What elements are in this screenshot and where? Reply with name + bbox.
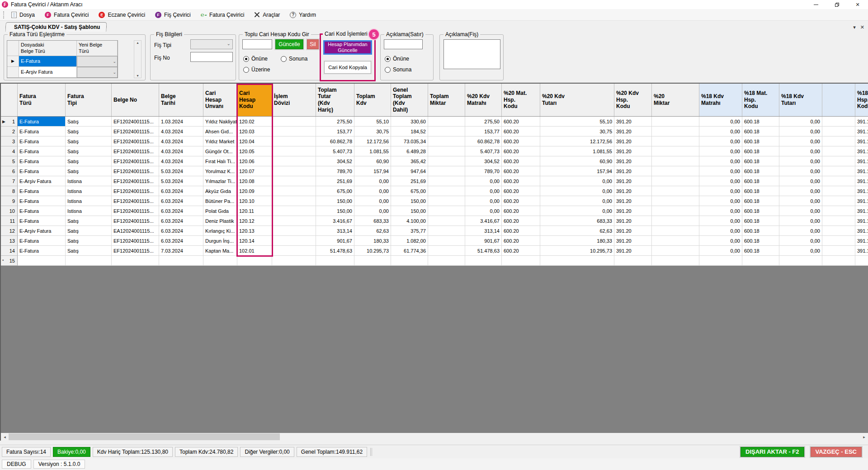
cell-cari-hesap-kodu[interactable]: 120.11 <box>237 206 272 216</box>
cell-fatura-turu[interactable]: E-Fatura <box>18 206 66 216</box>
cell-belge-tarihi[interactable]: 5.03.2024 <box>159 176 203 186</box>
cell-miktar20[interactable] <box>652 206 699 216</box>
column-header-mat18-hsp-kodu[interactable]: %18 Mat. Hsp. Kodu <box>742 84 779 116</box>
cell-spacer-18[interactable] <box>822 146 855 156</box>
cell-mat18-hsp-kodu[interactable]: 600.18 <box>742 186 779 196</box>
cell-kdv20-matrahi[interactable]: 275,50 <box>465 117 502 127</box>
cell-genel-toplam-kdv-dahil[interactable]: 6.489,28 <box>391 146 428 156</box>
cell-toplam-miktar[interactable] <box>428 117 465 127</box>
column-header-genel-toplam-kdv-dahil[interactable]: Genel Toplam (Kdv Dahil) <box>391 84 428 116</box>
cell-spacer-18[interactable] <box>822 236 855 246</box>
cell-belge-tarihi[interactable]: 6.03.2024 <box>159 196 203 206</box>
cell-kdv18-hsp-kodu[interactable]: 391.18 <box>855 226 868 236</box>
scroll-up-icon[interactable]: ▴ <box>137 41 138 45</box>
cell-genel-toplam-kdv-dahil[interactable] <box>391 256 428 266</box>
cell-cari-hesap-unvani[interactable]: Yıldız Market <box>203 136 237 146</box>
cell-belge-no[interactable]: EF12024001115... <box>112 206 159 216</box>
close-button[interactable]: ✕ <box>847 0 868 9</box>
cell-kdv20-tutari[interactable]: 180,33 <box>540 236 614 246</box>
row-header-8[interactable]: 8 <box>1 186 18 196</box>
row-header-3[interactable]: 3 <box>1 136 18 146</box>
menu-fis-cevirici[interactable]: F Fiş Çevirici <box>150 9 196 20</box>
cell-belge-no[interactable]: EF12024001115... <box>112 156 159 166</box>
cell-toplam-tutar-kdv-haric[interactable]: 150,00 <box>316 196 354 206</box>
cell-cari-hesap-unvani[interactable]: Akyüz Gıda <box>203 186 237 196</box>
row-header-4[interactable]: 4 <box>1 146 18 156</box>
cell-cari-hesap-kodu[interactable] <box>237 256 272 266</box>
cell-cari-hesap-unvani[interactable]: Ahsen Gıd... <box>203 127 237 136</box>
cell-miktar20[interactable] <box>652 176 699 186</box>
cell-kdv18-matrahi[interactable]: 0,00 <box>699 196 742 206</box>
cell-islem-dovizi[interactable] <box>272 206 316 216</box>
cell-genel-toplam-kdv-dahil[interactable]: 947,64 <box>391 166 428 176</box>
cell-kdv18-matrahi[interactable] <box>699 256 742 266</box>
cell-toplam-miktar[interactable] <box>428 156 465 166</box>
cell-kdv20-hsp-kodu[interactable]: 391.20 <box>614 166 652 176</box>
cell-kdv18-hsp-kodu[interactable]: 391.18 <box>855 196 868 206</box>
cell-cari-hesap-unvani[interactable]: Deniz Plastik <box>203 216 237 226</box>
aciklama-fis-textarea[interactable] <box>443 39 500 69</box>
cell-mat20-hsp-kodu[interactable]: 600.20 <box>502 127 540 136</box>
vazgec-button[interactable]: VAZGEÇ - ESC <box>811 447 862 457</box>
cell-kdv18-matrahi[interactable]: 0,00 <box>699 236 742 246</box>
cell-kdv20-hsp-kodu[interactable]: 391.20 <box>614 246 652 256</box>
column-header-toplam-tutar-kdv-haric[interactable]: Toplam Tutar (Kdv Hariç) <box>316 84 354 116</box>
row-header-6[interactable]: 6 <box>1 166 18 176</box>
cell-miktar20[interactable] <box>652 166 699 176</box>
column-header-kdv18-matrahi[interactable]: %18 Kdv Matrahı <box>699 84 742 116</box>
cell-fatura-turu[interactable] <box>18 256 66 266</box>
cell-kdv18-tutari[interactable]: 0,00 <box>779 166 822 176</box>
cell-cari-hesap-kodu[interactable]: 120.08 <box>237 176 272 186</box>
mini-cell-earsiv[interactable]: E-Arşiv Fatura <box>19 67 77 78</box>
cell-kdv18-matrahi[interactable]: 0,00 <box>699 156 742 166</box>
cell-belge-tarihi[interactable]: 1.03.2024 <box>159 117 203 127</box>
cell-belge-tarihi[interactable]: 6.03.2024 <box>159 186 203 196</box>
row-header-14[interactable]: 14 <box>1 246 18 256</box>
cell-kdv20-matrahi[interactable]: 60.862,78 <box>465 136 502 146</box>
cell-fatura-tipi[interactable]: Satış <box>66 117 112 127</box>
tab-close-icon[interactable]: ✕ <box>860 24 864 30</box>
cell-spacer-18[interactable] <box>822 246 855 256</box>
cell-kdv20-hsp-kodu[interactable] <box>614 256 652 266</box>
radio-satir-sonuna[interactable]: Sonuna <box>385 66 411 73</box>
toplu-cari-kod-input[interactable] <box>242 39 272 49</box>
cell-cari-hesap-unvani[interactable]: Polat Gıda <box>203 206 237 216</box>
cell-cari-hesap-kodu[interactable]: 120.02 <box>237 117 272 127</box>
cell-toplam-miktar[interactable] <box>428 256 465 266</box>
cell-toplam-kdv[interactable]: 180,33 <box>354 236 391 246</box>
cell-spacer-18[interactable] <box>822 166 855 176</box>
cell-kdv18-tutari[interactable]: 0,00 <box>779 226 822 236</box>
cell-kdv20-matrahi[interactable]: 51.478,63 <box>465 246 502 256</box>
column-header-fatura-turu[interactable]: Fatura Türü <box>18 84 66 116</box>
cell-kdv18-tutari[interactable]: 0,00 <box>779 196 822 206</box>
cell-belge-no[interactable]: EF12024001115... <box>112 166 159 176</box>
cell-kdv20-matrahi[interactable]: 0,00 <box>465 176 502 186</box>
cell-mat20-hsp-kodu[interactable] <box>502 256 540 266</box>
cell-islem-dovizi[interactable] <box>272 246 316 256</box>
cell-fatura-turu[interactable]: E-Fatura <box>18 156 66 166</box>
column-header-toplam-kdv[interactable]: Toplam Kdv <box>354 84 391 116</box>
cell-toplam-tutar-kdv-haric[interactable] <box>316 256 354 266</box>
cell-miktar20[interactable] <box>652 146 699 156</box>
menu-yardim[interactable]: ? Yardım <box>285 9 321 20</box>
cell-mat20-hsp-kodu[interactable]: 600.20 <box>502 176 540 186</box>
cell-cari-hesap-unvani[interactable]: Yorulmaz K... <box>203 166 237 176</box>
cell-miktar20[interactable] <box>652 136 699 146</box>
horizontal-scrollbar[interactable]: ◂ ▸ <box>1 433 868 441</box>
cell-miktar20[interactable] <box>652 236 699 246</box>
cell-belge-tarihi[interactable]: 5.03.2024 <box>159 166 203 176</box>
cell-islem-dovizi[interactable] <box>272 117 316 127</box>
cell-kdv20-tutari[interactable]: 10.295,73 <box>540 246 614 256</box>
cell-toplam-tutar-kdv-haric[interactable]: 150,00 <box>316 206 354 216</box>
cell-kdv20-matrahi[interactable]: 313,14 <box>465 226 502 236</box>
cell-miktar20[interactable] <box>652 256 699 266</box>
cell-fatura-turu[interactable]: E-Fatura <box>18 236 66 246</box>
radio-uzerine[interactable]: Üzerine <box>243 66 270 73</box>
cell-mat18-hsp-kodu[interactable]: 600.18 <box>742 117 779 127</box>
cell-toplam-miktar[interactable] <box>428 246 465 256</box>
row-header-7[interactable]: 7 <box>1 176 18 186</box>
column-header-toplam-miktar[interactable]: Toplam Miktar <box>428 84 465 116</box>
cell-miktar20[interactable] <box>652 216 699 226</box>
cell-kdv18-hsp-kodu[interactable]: 391.18 <box>855 146 868 156</box>
cell-kdv18-hsp-kodu[interactable]: 391.18 <box>855 117 868 127</box>
